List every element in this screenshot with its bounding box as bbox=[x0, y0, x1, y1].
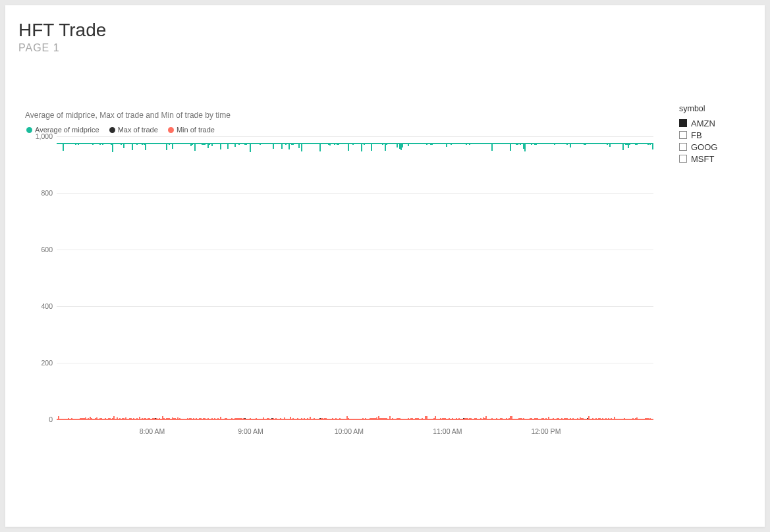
slicer-item-msft[interactable]: MSFT bbox=[679, 153, 752, 165]
legend-swatch-avg-midprice[interactable] bbox=[26, 127, 32, 133]
checkbox-icon[interactable] bbox=[679, 143, 687, 151]
x-axis-tick: 11:00 AM bbox=[433, 427, 462, 435]
x-axis-tick: 8:00 AM bbox=[140, 427, 165, 435]
legend-swatch-min-trade[interactable] bbox=[168, 127, 174, 133]
legend-swatch-max-trade[interactable] bbox=[109, 127, 115, 133]
slicer-item-label: MSFT bbox=[691, 154, 714, 164]
y-axis-tick: 400 bbox=[33, 302, 53, 310]
chart-visual[interactable]: Average of midprice, Max of trade and Mi… bbox=[25, 111, 657, 486]
plot-inner[interactable]: 02004006008001,0008:00 AM9:00 AM10:00 AM… bbox=[57, 136, 653, 419]
chart-title: Average of midprice, Max of trade and Mi… bbox=[25, 111, 657, 120]
symbol-slicer[interactable]: symbol AMZNFBGOOGMSFT bbox=[679, 104, 752, 165]
report-subtitle: PAGE 1 bbox=[18, 42, 106, 54]
gridline bbox=[57, 193, 653, 194]
gridline bbox=[57, 306, 653, 307]
gridline bbox=[57, 363, 653, 363]
chart-legend: Average of midprice Max of trade Min of … bbox=[25, 125, 657, 134]
y-axis-tick: 600 bbox=[33, 246, 53, 253]
slicer-item-label: GOOG bbox=[691, 142, 717, 152]
report-canvas: HFT Trade PAGE 1 Average of midprice, Ma… bbox=[5, 5, 765, 527]
slicer-item-label: AMZN bbox=[691, 119, 715, 128]
checkbox-icon[interactable] bbox=[679, 155, 687, 163]
y-axis-tick: 0 bbox=[33, 415, 53, 423]
plot-area[interactable]: 02004006008001,0008:00 AM9:00 AM10:00 AM… bbox=[34, 136, 653, 446]
title-block: HFT Trade PAGE 1 bbox=[18, 20, 106, 54]
x-axis-tick: 9:00 AM bbox=[238, 427, 263, 435]
gridline bbox=[57, 250, 653, 250]
x-axis-tick: 12:00 PM bbox=[531, 427, 561, 435]
slicer-item-goog[interactable]: GOOG bbox=[679, 141, 752, 153]
y-axis-tick: 1,000 bbox=[33, 132, 53, 140]
y-axis-tick: 800 bbox=[33, 189, 53, 197]
y-axis-tick: 200 bbox=[33, 359, 53, 367]
gridline bbox=[57, 136, 653, 137]
x-axis-tick: 10:00 AM bbox=[335, 427, 364, 435]
report-title: HFT Trade bbox=[18, 20, 106, 41]
checkbox-icon[interactable] bbox=[679, 131, 687, 139]
slicer-title: symbol bbox=[679, 104, 752, 113]
legend-label-min-trade[interactable]: Min of trade bbox=[177, 126, 215, 134]
slicer-item-label: FB bbox=[691, 130, 702, 140]
legend-label-max-trade[interactable]: Max of trade bbox=[118, 126, 158, 134]
checkbox-icon[interactable] bbox=[679, 119, 687, 127]
slicer-item-fb[interactable]: FB bbox=[679, 129, 752, 141]
slicer-item-amzn[interactable]: AMZN bbox=[679, 117, 752, 129]
